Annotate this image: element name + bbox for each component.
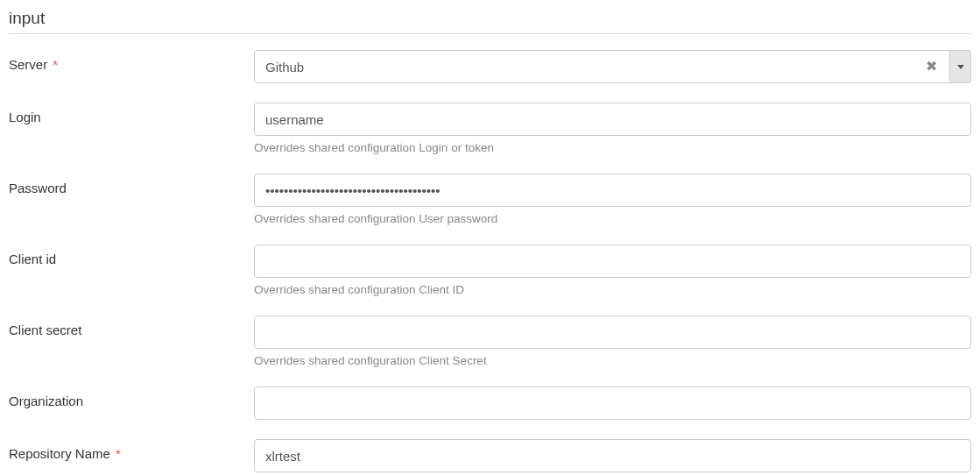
form-row-clientid: Client id Overrides shared configuration… xyxy=(9,245,971,296)
help-text: Overrides shared configuration Login or … xyxy=(254,141,971,154)
select-value: Github xyxy=(265,60,304,74)
field-label: Client id xyxy=(9,245,254,266)
clientid-input[interactable] xyxy=(254,245,971,278)
field-label: Organization xyxy=(9,386,254,408)
caret-down-icon xyxy=(957,65,964,69)
field-label: Password xyxy=(9,174,254,195)
help-text: Overrides shared configuration User pass… xyxy=(254,212,971,225)
field-label: Client secret xyxy=(9,315,254,337)
field-control: Overrides shared configuration Client Se… xyxy=(254,315,971,367)
form-row-password: Password Overrides shared configuration … xyxy=(9,174,971,225)
server-select[interactable]: Github ✖ xyxy=(254,50,971,83)
label-text: Password xyxy=(9,181,67,195)
field-control xyxy=(254,386,971,420)
label-text: Organization xyxy=(9,393,83,408)
form-row-organization: Organization xyxy=(9,386,971,420)
field-label: Server * xyxy=(9,50,254,72)
clientsecret-input[interactable] xyxy=(254,315,971,349)
login-input[interactable] xyxy=(254,103,971,136)
form-row-clientsecret: Client secret Overrides shared configura… xyxy=(9,315,971,367)
help-text: Overrides shared configuration Client ID xyxy=(254,283,971,296)
password-input[interactable] xyxy=(254,174,971,207)
label-text: Client secret xyxy=(9,323,81,337)
field-control xyxy=(254,439,971,472)
required-marker: * xyxy=(116,446,121,461)
label-text: Server xyxy=(9,57,47,72)
repositoryname-input[interactable] xyxy=(254,439,971,472)
label-text: Client id xyxy=(9,252,56,266)
form-row-login: Login Overrides shared configuration Log… xyxy=(9,103,971,154)
dropdown-toggle[interactable] xyxy=(950,50,971,83)
section-title: input xyxy=(9,9,971,34)
form-row-repositoryname: Repository Name * xyxy=(9,439,971,472)
field-label: Login xyxy=(9,103,254,124)
required-marker: * xyxy=(53,57,58,72)
organization-input[interactable] xyxy=(254,386,971,420)
field-control: Overrides shared configuration User pass… xyxy=(254,174,971,225)
field-control: Github ✖ xyxy=(254,50,971,83)
clear-icon[interactable]: ✖ xyxy=(922,60,941,74)
label-text: Login xyxy=(9,110,41,124)
field-control: Overrides shared configuration Login or … xyxy=(254,103,971,154)
label-text: Repository Name xyxy=(9,446,110,461)
field-label: Repository Name * xyxy=(9,439,254,461)
select-main[interactable]: Github ✖ xyxy=(254,50,950,83)
form-row-server: Server * Github ✖ xyxy=(9,50,971,83)
field-control: Overrides shared configuration Client ID xyxy=(254,245,971,296)
help-text: Overrides shared configuration Client Se… xyxy=(254,354,971,367)
